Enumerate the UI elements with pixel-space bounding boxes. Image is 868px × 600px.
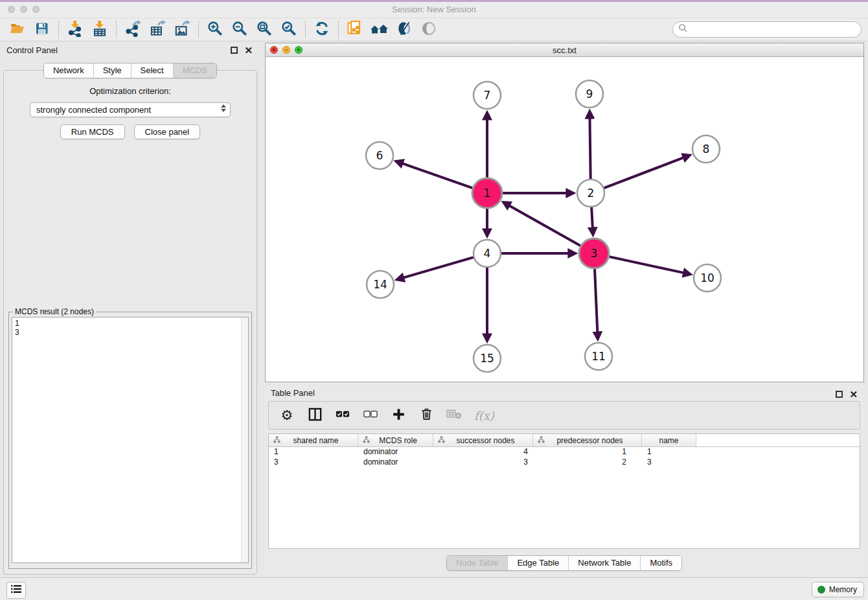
- edge-2-9[interactable]: [589, 118, 590, 179]
- svg-text:6: 6: [376, 149, 383, 162]
- svg-text:9: 9: [586, 87, 593, 100]
- main-toolbar: [0, 18, 868, 41]
- node-3[interactable]: 3: [579, 238, 609, 268]
- network-canvas[interactable]: 7968124314101511: [266, 57, 863, 382]
- table-panel: Table Panel ✕ ⚙ f(x) shared name MCDS ro…: [264, 386, 864, 577]
- home-button[interactable]: [367, 20, 392, 40]
- task-history-button[interactable]: [6, 582, 26, 599]
- node-14[interactable]: 14: [367, 271, 394, 298]
- edge-2-8[interactable]: [604, 157, 684, 188]
- refresh-layout-button[interactable]: [310, 20, 334, 40]
- criterion-dropdown[interactable]: strongly connected component: [30, 102, 231, 117]
- result-scrollbar[interactable]: [241, 317, 248, 562]
- zoom-in-icon: [207, 20, 223, 40]
- close-panel-icon[interactable]: ✕: [244, 47, 253, 54]
- zoom-out-button[interactable]: [227, 20, 252, 40]
- edge-3-1[interactable]: [509, 205, 580, 246]
- mcds-result-text: 1 3: [12, 317, 249, 563]
- cell-predecessor-nodes[interactable]: 1: [533, 447, 642, 457]
- network-window: ✕ − + scc.txt 7968124314101511: [265, 43, 864, 382]
- unselect-all-button[interactable]: [363, 406, 378, 424]
- criterion-value: strongly connected component: [36, 105, 151, 115]
- column-header-predecessor-nodes[interactable]: predecessor nodes: [533, 434, 642, 446]
- column-header-mcds-role[interactable]: MCDS role: [358, 434, 433, 446]
- memory-button[interactable]: Memory: [812, 582, 864, 597]
- close-panel-icon[interactable]: ✕: [849, 391, 858, 398]
- edge-3-11[interactable]: [595, 269, 597, 332]
- toggle-columns-button[interactable]: [307, 406, 323, 424]
- table-settings-button[interactable]: ⚙: [279, 406, 295, 424]
- cell-name[interactable]: 3: [642, 457, 696, 468]
- tab-select[interactable]: Select: [131, 63, 173, 78]
- edge-4-14[interactable]: [404, 257, 474, 278]
- tab-edge-table[interactable]: Edge Table: [507, 556, 568, 570]
- cell-predecessor-nodes[interactable]: 2: [533, 457, 642, 468]
- export-network-button[interactable]: [120, 20, 145, 40]
- toolbar-separator: [58, 21, 59, 38]
- zoom-selected-button[interactable]: [277, 20, 301, 40]
- network-titlebar: ✕ − + scc.txt: [266, 43, 863, 57]
- edge-1-6[interactable]: [402, 163, 472, 188]
- node-8[interactable]: 8: [692, 135, 720, 163]
- tab-mcds[interactable]: MCDS: [173, 63, 216, 78]
- tab-node-table[interactable]: Node Table: [447, 556, 508, 570]
- column-header-successor-nodes[interactable]: successor nodes: [433, 434, 533, 446]
- node-6[interactable]: 6: [366, 142, 393, 169]
- node-9[interactable]: 9: [576, 80, 603, 108]
- birds-eye-button[interactable]: [417, 20, 441, 40]
- table-panel-tabs: Node Table Edge Table Network Table Moti…: [264, 555, 864, 571]
- tab-network-table[interactable]: Network Table: [568, 556, 640, 570]
- search-input[interactable]: [688, 23, 861, 36]
- zoom-in-button[interactable]: [203, 20, 227, 40]
- node-10[interactable]: 10: [694, 264, 721, 292]
- cell-mcds-role[interactable]: dominator: [358, 447, 433, 457]
- edge-2-3[interactable]: [591, 207, 593, 228]
- export-table-button[interactable]: [145, 20, 170, 40]
- save-session-button[interactable]: [30, 20, 54, 40]
- svg-text:8: 8: [703, 143, 710, 156]
- cell-mcds-role[interactable]: dominator: [358, 457, 433, 468]
- delete-column-button[interactable]: [418, 406, 434, 424]
- cell-name[interactable]: 1: [642, 447, 696, 457]
- cell-shared-name[interactable]: 1: [269, 447, 358, 457]
- float-panel-icon[interactable]: [231, 47, 238, 54]
- edge-3-10[interactable]: [609, 257, 683, 273]
- select-all-button[interactable]: [335, 406, 350, 424]
- dropdown-stepper-icon: [221, 104, 226, 112]
- open-session-button[interactable]: [5, 20, 30, 40]
- node-1[interactable]: 1: [472, 178, 502, 208]
- mcds-result-title: MCDS result (2 nodes): [13, 307, 96, 316]
- import-table-button[interactable]: [87, 20, 112, 40]
- node-7[interactable]: 7: [474, 82, 501, 109]
- graphics-details-button[interactable]: [392, 20, 417, 40]
- tab-style[interactable]: Style: [93, 63, 131, 78]
- column-header-name[interactable]: name: [642, 434, 696, 446]
- table-row[interactable]: 1 dominator 4 1 1: [269, 447, 860, 457]
- export-image-button[interactable]: [170, 20, 194, 40]
- tab-network[interactable]: Network: [44, 63, 93, 78]
- node-4[interactable]: 4: [474, 240, 501, 267]
- list-icon: [10, 584, 22, 597]
- zoom-fit-button[interactable]: [252, 20, 277, 40]
- column-type-icon: [438, 436, 445, 445]
- table-row[interactable]: 3 dominator 3 2 3: [269, 457, 860, 468]
- run-mcds-button[interactable]: Run MCDS: [60, 124, 125, 139]
- svg-text:3: 3: [591, 247, 598, 260]
- application-window: Session: New Session Control Panel: [0, 0, 868, 600]
- cell-shared-name[interactable]: 3: [269, 457, 358, 468]
- node-2[interactable]: 2: [577, 179, 604, 207]
- node-15[interactable]: 15: [474, 345, 501, 372]
- import-network-button[interactable]: [63, 20, 87, 40]
- network-from-selection-button[interactable]: [343, 20, 367, 40]
- cell-successor-nodes[interactable]: 3: [433, 457, 533, 468]
- close-panel-button[interactable]: Close panel: [134, 124, 201, 139]
- add-column-button[interactable]: [391, 406, 406, 424]
- zoom-out-icon: [231, 20, 248, 40]
- float-panel-icon[interactable]: [836, 391, 843, 398]
- cell-successor-nodes[interactable]: 4: [433, 447, 533, 457]
- birds-eye-icon: [420, 20, 437, 40]
- column-header-shared-name[interactable]: shared name: [269, 434, 358, 446]
- mcds-panel: Optimization criterion: strongly connect…: [3, 70, 257, 575]
- tab-motifs[interactable]: Motifs: [640, 556, 681, 570]
- node-11[interactable]: 11: [585, 343, 612, 370]
